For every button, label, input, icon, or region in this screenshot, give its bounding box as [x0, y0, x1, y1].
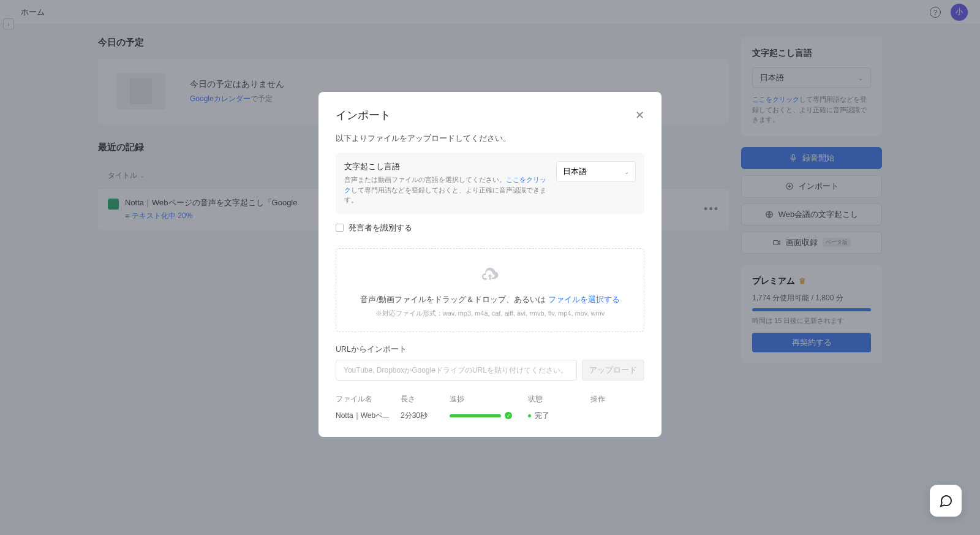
- chat-fab[interactable]: [930, 485, 962, 517]
- file-name: Notta｜Webペ...: [336, 411, 401, 421]
- chevron-down-icon: ⌄: [624, 169, 629, 175]
- file-table-head: ファイル名 長さ 進捗 状態 操作: [336, 394, 644, 404]
- file-row: Notta｜Webペ... 2分30秒 ✓ 完了: [336, 411, 644, 421]
- col-filename: ファイル名: [336, 394, 401, 404]
- file-select-link[interactable]: ファイルを選択する: [548, 295, 620, 304]
- col-status: 状態: [528, 394, 590, 404]
- modal-lang-title: 文字起こし言語: [344, 161, 548, 172]
- dropzone-text: 音声/動画ファイルをドラッグ＆ドロップ、あるいは ファイルを選択する: [349, 294, 631, 305]
- file-dropzone[interactable]: 音声/動画ファイルをドラッグ＆ドロップ、あるいは ファイルを選択する ※対応ファ…: [336, 248, 644, 332]
- upload-button[interactable]: アップロード: [582, 360, 644, 381]
- url-input[interactable]: [336, 360, 577, 381]
- speaker-checkbox-row[interactable]: 発言者を識別する: [336, 222, 644, 233]
- file-progress: ✓: [450, 412, 528, 419]
- formats-text: ※対応ファイル形式：wav, mp3, m4a, caf, aiff, avi,…: [349, 309, 631, 318]
- col-progress: 進捗: [450, 394, 528, 404]
- modal-lang-box: 文字起こし言語 音声または動画ファイルの言語を選択してください。ここをクリックし…: [336, 153, 644, 214]
- modal-lang-desc: 音声または動画ファイルの言語を選択してください。ここをクリックして専門用語などを…: [344, 175, 548, 205]
- progress-bar: [450, 414, 501, 417]
- url-import-label: URLからインポート: [336, 344, 644, 355]
- status-dot-icon: [528, 414, 531, 417]
- modal-overlay: インポート ✕ 以下よりファイルをアップロードしてください。 文字起こし言語 音…: [0, 0, 980, 535]
- upload-cloud-icon: [479, 266, 501, 286]
- modal-title: インポート: [336, 108, 391, 123]
- close-icon[interactable]: ✕: [635, 108, 644, 122]
- col-length: 長さ: [401, 394, 450, 404]
- file-length: 2分30秒: [401, 411, 450, 421]
- import-modal: インポート ✕ 以下よりファイルをアップロードしてください。 文字起こし言語 音…: [318, 92, 662, 437]
- modal-language-select[interactable]: 日本語 ⌄: [556, 161, 636, 182]
- modal-subtitle: 以下よりファイルをアップロードしてください。: [336, 134, 644, 144]
- col-action: 操作: [590, 394, 644, 404]
- checkbox[interactable]: [336, 224, 344, 232]
- chat-icon: [938, 493, 953, 508]
- check-icon: ✓: [505, 412, 512, 419]
- speaker-label: 発言者を識別する: [349, 222, 412, 233]
- file-status: 完了: [528, 411, 590, 421]
